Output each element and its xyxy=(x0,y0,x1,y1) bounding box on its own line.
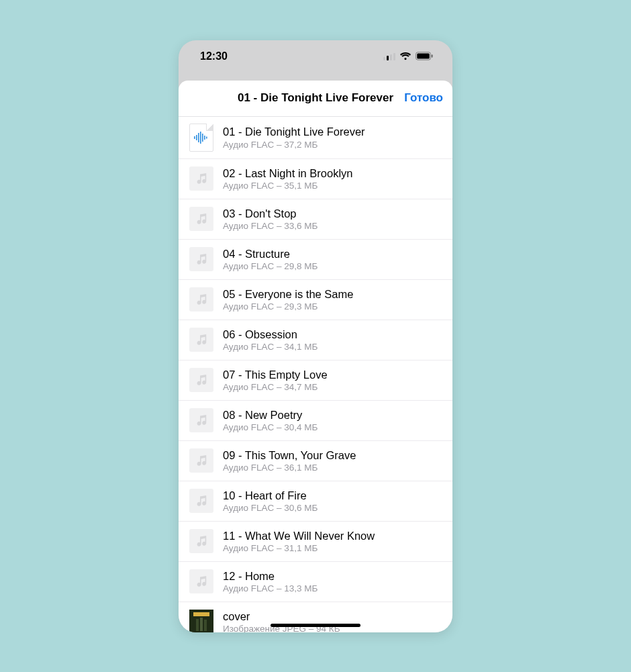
file-title: cover xyxy=(223,610,442,624)
file-row[interactable]: 10 - Heart of FireАудио FLAC – 30,6 МБ xyxy=(179,481,452,521)
music-note-icon xyxy=(189,287,213,311)
music-note-icon xyxy=(189,328,213,352)
status-indicators xyxy=(383,52,434,60)
audio-waveform-icon xyxy=(189,124,213,152)
file-row-text: coverИзображение JPEG – 94 КБ xyxy=(223,610,442,632)
file-meta: Аудио FLAC – 29,8 МБ xyxy=(223,261,442,271)
svg-rect-5 xyxy=(198,133,199,142)
music-note-icon xyxy=(189,489,213,513)
file-row-text: 09 - This Town, Your GraveАудио FLAC – 3… xyxy=(223,448,442,473)
music-note-icon xyxy=(189,166,213,191)
file-meta: Аудио FLAC – 30,6 МБ xyxy=(223,503,442,513)
file-title: 10 - Heart of Fire xyxy=(223,489,442,503)
music-note-icon xyxy=(189,368,213,392)
file-title: 01 - Die Tonight Live Forever xyxy=(223,125,442,139)
music-note-icon xyxy=(189,207,213,231)
file-meta: Аудио FLAC – 33,6 МБ xyxy=(223,221,442,231)
svg-rect-9 xyxy=(206,136,207,138)
file-row[interactable]: 04 - StructureАудио FLAC – 29,8 МБ xyxy=(179,239,452,279)
file-row[interactable]: 12 - HomeАудио FLAC – 13,3 МБ xyxy=(179,561,452,602)
svg-rect-1 xyxy=(417,54,430,59)
file-title: 02 - Last Night in Brooklyn xyxy=(223,166,442,181)
file-row[interactable]: 02 - Last Night in BrooklynАудио FLAC – … xyxy=(179,158,452,199)
file-row-text: 08 - New PoetryАудио FLAC – 30,4 МБ xyxy=(223,408,442,433)
file-list[interactable]: 01 - Die Tonight Live ForeverАудио FLAC … xyxy=(179,117,452,632)
svg-rect-14 xyxy=(204,620,207,631)
file-row-text: 02 - Last Night in BrooklynАудио FLAC – … xyxy=(223,166,442,191)
file-row[interactable]: 09 - This Town, Your GraveАудио FLAC – 3… xyxy=(179,440,452,481)
music-note-icon xyxy=(189,569,213,593)
file-row-text: 10 - Heart of FireАудио FLAC – 30,6 МБ xyxy=(223,489,442,514)
music-note-icon xyxy=(189,408,213,432)
file-meta: Аудио FLAC – 29,3 МБ xyxy=(223,301,442,311)
file-row[interactable]: 03 - Don't StopАудио FLAC – 33,6 МБ xyxy=(179,199,452,239)
wifi-icon xyxy=(399,52,411,60)
files-sheet: 01 - Die Tonight Live Forever Готово 01 … xyxy=(179,81,452,632)
cover-thumbnail xyxy=(189,610,213,632)
sheet-title: 01 - Die Tonight Live Forever xyxy=(238,91,393,105)
music-note-icon xyxy=(189,247,213,271)
file-row[interactable]: 01 - Die Tonight Live ForeverАудио FLAC … xyxy=(179,117,452,158)
file-title: 04 - Structure xyxy=(223,247,442,261)
svg-rect-7 xyxy=(202,134,203,142)
done-button[interactable]: Готово xyxy=(404,81,443,116)
file-row-text: 05 - Everyone is the SameАудио FLAC – 29… xyxy=(223,287,442,312)
file-meta: Аудио FLAC – 13,3 МБ xyxy=(223,583,442,593)
file-title: 06 - Obsession xyxy=(223,328,442,342)
home-indicator[interactable] xyxy=(271,624,360,627)
file-row[interactable]: 11 - What We Will Never KnowАудио FLAC –… xyxy=(179,521,452,561)
file-row-text: 06 - ObsessionАудио FLAC – 34,1 МБ xyxy=(223,328,442,352)
file-meta: Аудио FLAC – 36,1 МБ xyxy=(223,463,442,473)
file-title: 05 - Everyone is the Same xyxy=(223,287,442,301)
file-row-text: 03 - Don't StopАудио FLAC – 33,6 МБ xyxy=(223,207,442,232)
file-title: 08 - New Poetry xyxy=(223,408,442,422)
file-title: 11 - What We Will Never Know xyxy=(223,529,442,543)
file-row[interactable]: 06 - ObsessionАудио FLAC – 34,1 МБ xyxy=(179,320,452,360)
file-row[interactable]: 08 - New PoetryАудио FLAC – 30,4 МБ xyxy=(179,400,452,440)
file-meta: Аудио FLAC – 35,1 МБ xyxy=(223,181,442,191)
battery-icon xyxy=(416,52,434,60)
status-bar: 12:30 xyxy=(179,40,452,73)
file-row-text: 11 - What We Will Never KnowАудио FLAC –… xyxy=(223,529,442,554)
file-title: 12 - Home xyxy=(223,569,442,583)
svg-rect-13 xyxy=(200,618,203,631)
file-row[interactable]: 07 - This Empty LoveАудио FLAC – 34,7 МБ xyxy=(179,360,452,400)
file-title: 03 - Don't Stop xyxy=(223,207,442,221)
status-time: 12:30 xyxy=(200,50,228,62)
music-note-icon xyxy=(189,529,213,553)
file-row[interactable]: coverИзображение JPEG – 94 КБ xyxy=(179,602,452,632)
svg-rect-12 xyxy=(196,619,199,631)
music-note-icon xyxy=(189,448,213,473)
svg-rect-11 xyxy=(193,612,209,616)
svg-rect-6 xyxy=(200,132,201,144)
file-meta: Аудио FLAC – 30,4 МБ xyxy=(223,422,442,432)
file-row[interactable]: 05 - Everyone is the SameАудио FLAC – 29… xyxy=(179,279,452,320)
svg-rect-8 xyxy=(204,136,205,140)
cellular-icon xyxy=(383,52,395,60)
file-title: 09 - This Town, Your Grave xyxy=(223,448,442,463)
file-row-text: 01 - Die Tonight Live ForeverАудио FLAC … xyxy=(223,125,442,150)
file-meta: Аудио FLAC – 34,1 МБ xyxy=(223,342,442,352)
file-row-text: 07 - This Empty LoveАудио FLAC – 34,7 МБ xyxy=(223,368,442,393)
sheet-header: 01 - Die Tonight Live Forever Готово xyxy=(179,81,452,117)
file-meta: Аудио FLAC – 37,2 МБ xyxy=(223,140,442,150)
phone-frame: 12:30 01 - Die Tonight Live Forever Гото… xyxy=(179,40,452,632)
svg-rect-2 xyxy=(432,54,433,58)
svg-rect-3 xyxy=(194,136,195,139)
file-row-text: 12 - HomeАудио FLAC – 13,3 МБ xyxy=(223,569,442,594)
file-title: 07 - This Empty Love xyxy=(223,368,442,382)
file-meta: Аудио FLAC – 34,7 МБ xyxy=(223,382,442,392)
file-meta: Аудио FLAC – 31,1 МБ xyxy=(223,543,442,553)
file-row-text: 04 - StructureАудио FLAC – 29,8 МБ xyxy=(223,247,442,272)
svg-rect-4 xyxy=(196,135,197,140)
